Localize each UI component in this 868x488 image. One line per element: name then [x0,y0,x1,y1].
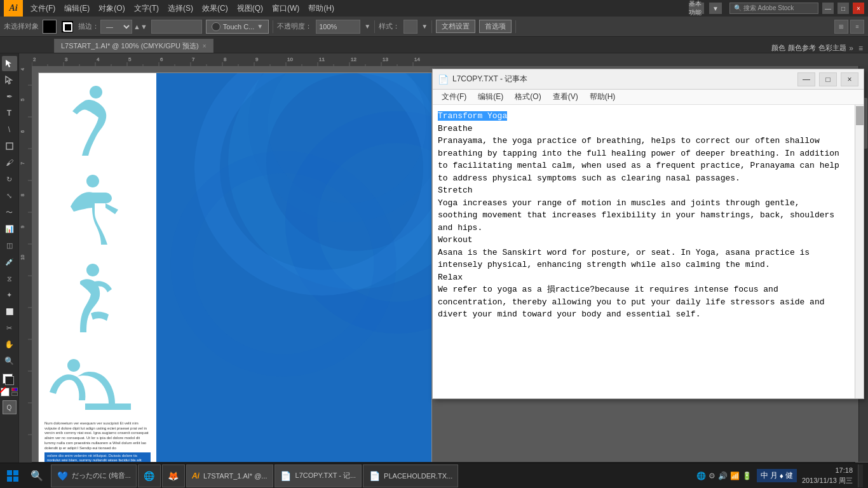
gradient-icon[interactable] [11,388,18,391]
taskbar-app-placeholder[interactable]: 📄 PLACEHOLDER.TX... [363,464,458,487]
warp-tool[interactable]: 〜 [2,205,17,220]
taskbar-app-notepad[interactable]: 📄 L7COPY.TXT - 记... [275,464,362,487]
menu-file[interactable]: 文件(F) [27,2,59,15]
tray-icon-1[interactable]: 🌐 [696,471,706,480]
tray-icon-3[interactable]: 🔊 [718,471,728,480]
svg-text:2: 2 [33,57,36,62]
brush-tool[interactable]: 🖌 [2,155,17,170]
menu-select[interactable]: 选择(S) [164,2,197,15]
yoga-figure-3 [45,257,140,340]
touch-button[interactable]: Touch C... ▼ [206,20,269,34]
taskbar-app-firefox[interactable]: 🦊 [162,464,185,487]
more-options-icon[interactable]: ≡ [850,20,864,34]
white-swatch[interactable] [1,388,10,396]
type-tool[interactable]: T [2,105,17,121]
none-swatch[interactable] [1,388,18,396]
show-desktop[interactable] [858,464,863,487]
notepad-scrollbar[interactable] [855,105,864,398]
ai-taskbar-icon: Ai [192,471,200,480]
panel-colref[interactable]: 颜色参考 [788,43,816,53]
hand-tool[interactable]: ✋ [2,337,17,352]
menu-help[interactable]: 帮助(H) [304,2,338,15]
panel-menu[interactable]: ≡ [858,44,863,53]
none-icon[interactable] [11,392,18,396]
tray-icon-5[interactable]: 🔋 [742,471,752,480]
taskbar-app-music[interactable]: 💙 だったのに (纯音... [51,464,137,487]
slice-tool[interactable]: ✂ [2,320,17,336]
yoga-figure-2 [45,168,140,251]
select-tool[interactable] [2,56,17,71]
tab-close[interactable]: × [203,43,207,50]
opacity-dropdown-icon: ▼ [364,23,370,30]
opacity-input[interactable] [316,20,360,34]
tray-icon-4[interactable]: 📶 [730,471,740,480]
line-tool[interactable]: \ [2,122,17,137]
np-menu-file[interactable]: 文件(F) [437,90,471,104]
taskbar-search[interactable]: 🔍 [25,464,48,487]
rotate-tool[interactable]: ↻ [2,172,17,187]
svg-text:4: 4 [97,57,100,62]
fill-stroke-control[interactable] [3,374,17,386]
menu-view[interactable]: 视图(Q) [233,2,267,15]
notepad-content[interactable]: Transform Yoga Breathe Pranayama, the yo… [433,105,855,398]
scale-tool[interactable]: ⤡ [2,188,17,203]
symbol-tool[interactable]: ✦ [2,287,17,302]
workspace-selector[interactable]: 基本功能 [689,3,704,14]
zoom-tool[interactable]: 🔍 [2,353,17,369]
window-restore[interactable]: □ [837,3,849,14]
svg-rect-69 [13,477,18,482]
svg-text:8: 8 [20,194,25,196]
stroke-select[interactable]: — [100,20,132,34]
np-menu-format[interactable]: 格式(O) [510,90,546,104]
panel-color[interactable]: 颜色 [771,43,785,53]
menu-object[interactable]: 对象(O) [95,2,128,15]
preferences-button[interactable]: 首选项 [479,20,512,33]
rect-tool[interactable] [2,139,17,154]
graph-tool[interactable]: 📊 [2,221,17,236]
np-menu-edit[interactable]: 编辑(E) [473,90,508,104]
svg-text:6: 6 [20,130,25,133]
direct-select-tool[interactable] [2,72,17,88]
tray-icon-2[interactable]: ⚙ [709,471,715,480]
notepad-maximize[interactable]: □ [819,72,837,86]
panel-theme[interactable]: 色彩主题 [818,43,846,53]
svg-text:11: 11 [319,57,325,62]
notepad-minimize[interactable]: — [797,72,815,86]
np-menu-help[interactable]: 帮助(H) [585,90,621,104]
svg-text:12: 12 [351,57,356,62]
ime-char-3: ♦ [780,471,783,480]
taskbar-app-edge[interactable]: 🌐 [138,464,161,487]
placeholder-icon: 📄 [369,470,380,482]
clock[interactable]: 17:18 2013/11/13 周三 [802,466,853,485]
window-minimize[interactable]: — [822,3,834,14]
menu-text[interactable]: 文字(T) [130,2,163,15]
artboard-tool[interactable]: ⬜ [2,304,17,319]
notepad-close[interactable]: × [841,72,858,86]
notepad-scroll-thumb[interactable] [856,106,864,125]
divider2 [374,20,375,33]
pen-tool[interactable]: ✒ [2,89,17,104]
start-button[interactable] [0,463,25,489]
np-menu-view[interactable]: 查看(V) [548,90,583,104]
panel-expand[interactable]: » [849,44,853,53]
doc-setup-button[interactable]: 文档设置 [436,20,475,33]
workspace-dropdown[interactable]: ▼ [709,3,722,14]
taskbar-right: 🌐 ⚙ 🔊 📶 🔋 中 月 ♦ 健 17:18 2013/11/13 周三 [691,464,868,487]
window-close[interactable]: × [853,3,864,14]
menu-effect[interactable]: 效果(C) [198,2,232,15]
eyedropper-tool[interactable]: 💉 [2,254,17,269]
quick-actions[interactable]: Q [3,400,17,414]
stroke-control[interactable] [60,20,74,34]
ime-indicator[interactable]: 中 月 ♦ 健 [757,469,797,482]
document-tab[interactable]: L7START_1.AI* @ 100% (CMYK/GPU 预选) × [54,39,214,53]
arrange-icon[interactable]: ⊞ [834,20,848,34]
stock-search[interactable]: 🔍 搜索 Adobe Stock [729,3,818,14]
svg-text:9: 9 [255,57,259,62]
fill-color[interactable] [43,20,57,34]
menu-edit[interactable]: 编辑(E) [60,2,93,15]
blend-tool[interactable]: ⧖ [2,271,17,286]
taskbar-app-illustrator[interactable]: Ai L7START_1.AI* @... [186,464,273,487]
menu-window[interactable]: 窗口(W) [268,2,303,15]
gradient-tool[interactable]: ◫ [2,238,17,253]
taskbar-app-notepad-label: L7COPY.TXT - 记... [295,471,356,480]
